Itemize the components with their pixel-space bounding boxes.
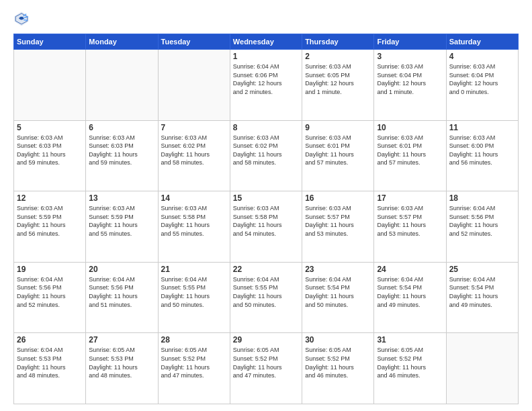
day-number: 29 (233, 335, 299, 345)
calendar-cell: 10Sunrise: 6:03 AMSunset: 6:01 PMDayligh… (374, 120, 446, 191)
calendar-cell: 5Sunrise: 6:03 AMSunset: 6:03 PMDaylight… (14, 120, 86, 191)
cell-daylight-info: Sunrise: 6:04 AMSunset: 5:55 PMDaylight:… (233, 275, 299, 309)
day-number: 4 (449, 52, 515, 61)
calendar-cell: 23Sunrise: 6:04 AMSunset: 5:54 PMDayligh… (302, 262, 374, 333)
calendar-cell: 19Sunrise: 6:04 AMSunset: 5:56 PMDayligh… (14, 262, 86, 333)
day-number: 20 (89, 265, 154, 274)
day-number: 23 (305, 265, 371, 274)
calendar-header-friday: Friday (374, 34, 446, 50)
calendar-cell: 8Sunrise: 6:03 AMSunset: 6:02 PMDaylight… (230, 120, 302, 191)
day-number: 15 (233, 193, 299, 203)
calendar-cell: 4Sunrise: 6:03 AMSunset: 6:04 PMDaylight… (446, 50, 518, 121)
calendar-cell: 9Sunrise: 6:03 AMSunset: 6:01 PMDaylight… (302, 120, 374, 191)
cell-daylight-info: Sunrise: 6:04 AMSunset: 5:55 PMDaylight:… (161, 275, 227, 309)
calendar-cell: 16Sunrise: 6:03 AMSunset: 5:57 PMDayligh… (302, 191, 374, 263)
calendar-week-5: 26Sunrise: 6:04 AMSunset: 5:53 PMDayligh… (14, 333, 519, 404)
day-number: 24 (377, 265, 443, 274)
calendar-cell (446, 333, 518, 404)
cell-daylight-info: Sunrise: 6:04 AMSunset: 5:56 PMDaylight:… (449, 204, 515, 238)
cell-daylight-info: Sunrise: 6:04 AMSunset: 5:53 PMDaylight:… (17, 346, 83, 379)
calendar-cell: 7Sunrise: 6:03 AMSunset: 6:02 PMDaylight… (158, 120, 230, 191)
calendar-cell: 21Sunrise: 6:04 AMSunset: 5:55 PMDayligh… (158, 262, 230, 333)
day-number: 27 (89, 335, 154, 345)
calendar-cell: 13Sunrise: 6:03 AMSunset: 5:59 PMDayligh… (86, 191, 158, 263)
header (13, 11, 519, 27)
cell-daylight-info: Sunrise: 6:05 AMSunset: 5:52 PMDaylight:… (305, 346, 371, 379)
calendar-week-3: 12Sunrise: 6:03 AMSunset: 5:59 PMDayligh… (14, 191, 519, 263)
calendar-header-tuesday: Tuesday (158, 34, 230, 50)
calendar-cell (14, 50, 86, 121)
calendar-header-wednesday: Wednesday (230, 34, 302, 50)
calendar-cell: 28Sunrise: 6:05 AMSunset: 5:52 PMDayligh… (158, 333, 230, 404)
cell-daylight-info: Sunrise: 6:03 AMSunset: 6:01 PMDaylight:… (377, 134, 443, 167)
cell-daylight-info: Sunrise: 6:04 AMSunset: 5:56 PMDaylight:… (17, 275, 83, 309)
day-number: 10 (377, 123, 443, 132)
cell-daylight-info: Sunrise: 6:05 AMSunset: 5:52 PMDaylight:… (161, 346, 227, 379)
day-number: 28 (161, 335, 227, 345)
page: SundayMondayTuesdayWednesdayThursdayFrid… (0, 0, 532, 411)
cell-daylight-info: Sunrise: 6:04 AMSunset: 5:54 PMDaylight:… (449, 275, 515, 309)
cell-daylight-info: Sunrise: 6:03 AMSunset: 6:02 PMDaylight:… (161, 134, 227, 167)
day-number: 1 (233, 52, 299, 61)
calendar-cell: 31Sunrise: 6:05 AMSunset: 5:52 PMDayligh… (374, 333, 446, 404)
day-number: 9 (305, 123, 371, 132)
day-number: 12 (17, 193, 83, 203)
day-number: 22 (233, 265, 299, 274)
calendar-table: SundayMondayTuesdayWednesdayThursdayFrid… (13, 34, 519, 404)
cell-daylight-info: Sunrise: 6:03 AMSunset: 6:00 PMDaylight:… (449, 134, 515, 167)
day-number: 6 (89, 123, 154, 132)
calendar-cell: 3Sunrise: 6:03 AMSunset: 6:04 PMDaylight… (374, 50, 446, 121)
cell-daylight-info: Sunrise: 6:03 AMSunset: 5:57 PMDaylight:… (305, 204, 371, 238)
calendar-cell: 1Sunrise: 6:04 AMSunset: 6:06 PMDaylight… (230, 50, 302, 121)
day-number: 13 (89, 193, 154, 203)
calendar-header-sunday: Sunday (14, 34, 86, 50)
day-number: 5 (17, 123, 83, 132)
cell-daylight-info: Sunrise: 6:04 AMSunset: 5:54 PMDaylight:… (377, 275, 443, 309)
day-number: 3 (377, 52, 443, 61)
cell-daylight-info: Sunrise: 6:03 AMSunset: 5:58 PMDaylight:… (161, 204, 227, 238)
calendar-header-thursday: Thursday (302, 34, 374, 50)
cell-daylight-info: Sunrise: 6:03 AMSunset: 6:03 PMDaylight:… (89, 134, 154, 167)
calendar-cell: 27Sunrise: 6:05 AMSunset: 5:53 PMDayligh… (86, 333, 158, 404)
calendar-cell: 29Sunrise: 6:05 AMSunset: 5:52 PMDayligh… (230, 333, 302, 404)
calendar-cell: 11Sunrise: 6:03 AMSunset: 6:00 PMDayligh… (446, 120, 518, 191)
calendar-cell: 6Sunrise: 6:03 AMSunset: 6:03 PMDaylight… (86, 120, 158, 191)
cell-daylight-info: Sunrise: 6:03 AMSunset: 5:58 PMDaylight:… (233, 204, 299, 238)
calendar-cell: 26Sunrise: 6:04 AMSunset: 5:53 PMDayligh… (14, 333, 86, 404)
cell-daylight-info: Sunrise: 6:05 AMSunset: 5:52 PMDaylight:… (377, 346, 443, 379)
calendar-cell (158, 50, 230, 121)
day-number: 26 (17, 335, 83, 345)
calendar-header-saturday: Saturday (446, 34, 518, 50)
day-number: 14 (161, 193, 227, 203)
cell-daylight-info: Sunrise: 6:05 AMSunset: 5:53 PMDaylight:… (89, 346, 154, 379)
day-number: 17 (377, 193, 443, 203)
day-number: 25 (449, 265, 515, 274)
cell-daylight-info: Sunrise: 6:03 AMSunset: 5:59 PMDaylight:… (17, 204, 83, 238)
cell-daylight-info: Sunrise: 6:03 AMSunset: 6:05 PMDaylight:… (305, 62, 371, 96)
calendar-cell: 25Sunrise: 6:04 AMSunset: 5:54 PMDayligh… (446, 262, 518, 333)
calendar-cell: 20Sunrise: 6:04 AMSunset: 5:56 PMDayligh… (86, 262, 158, 333)
cell-daylight-info: Sunrise: 6:03 AMSunset: 5:59 PMDaylight:… (89, 204, 154, 238)
cell-daylight-info: Sunrise: 6:03 AMSunset: 6:01 PMDaylight:… (305, 134, 371, 167)
cell-daylight-info: Sunrise: 6:04 AMSunset: 5:56 PMDaylight:… (89, 275, 154, 309)
calendar-cell: 12Sunrise: 6:03 AMSunset: 5:59 PMDayligh… (14, 191, 86, 263)
calendar-week-4: 19Sunrise: 6:04 AMSunset: 5:56 PMDayligh… (14, 262, 519, 333)
calendar-cell (86, 50, 158, 121)
cell-daylight-info: Sunrise: 6:03 AMSunset: 6:04 PMDaylight:… (449, 62, 515, 96)
calendar-cell: 17Sunrise: 6:03 AMSunset: 5:57 PMDayligh… (374, 191, 446, 263)
cell-daylight-info: Sunrise: 6:03 AMSunset: 5:57 PMDaylight:… (377, 204, 443, 238)
calendar-header-row: SundayMondayTuesdayWednesdayThursdayFrid… (14, 34, 519, 50)
logo-icon (13, 11, 30, 27)
calendar-week-1: 1Sunrise: 6:04 AMSunset: 6:06 PMDaylight… (14, 50, 519, 121)
calendar-cell: 22Sunrise: 6:04 AMSunset: 5:55 PMDayligh… (230, 262, 302, 333)
day-number: 7 (161, 123, 227, 132)
calendar-cell: 15Sunrise: 6:03 AMSunset: 5:58 PMDayligh… (230, 191, 302, 263)
calendar-cell: 14Sunrise: 6:03 AMSunset: 5:58 PMDayligh… (158, 191, 230, 263)
day-number: 8 (233, 123, 299, 132)
cell-daylight-info: Sunrise: 6:03 AMSunset: 6:02 PMDaylight:… (233, 134, 299, 167)
cell-daylight-info: Sunrise: 6:03 AMSunset: 6:04 PMDaylight:… (377, 62, 443, 96)
day-number: 2 (305, 52, 371, 61)
day-number: 16 (305, 193, 371, 203)
day-number: 19 (17, 265, 83, 274)
cell-daylight-info: Sunrise: 6:04 AMSunset: 5:54 PMDaylight:… (305, 275, 371, 309)
